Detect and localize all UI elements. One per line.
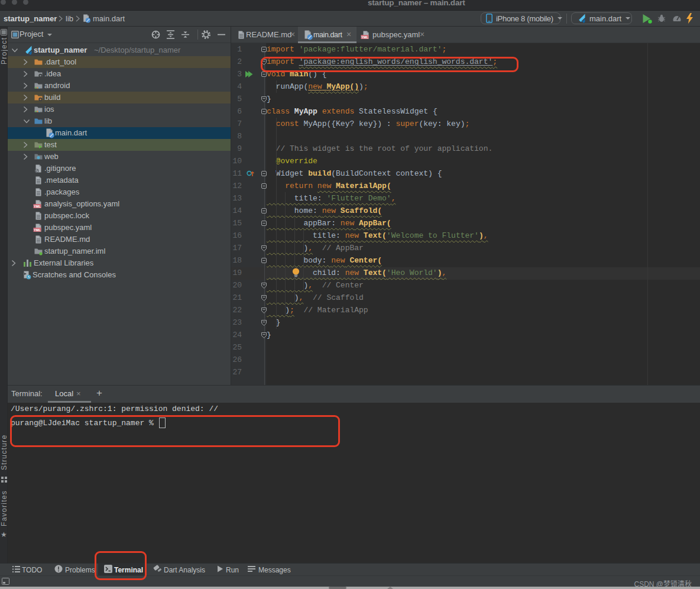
svg-text:YML: YML [34, 205, 41, 208]
svg-text:YML: YML [34, 228, 41, 232]
svg-text:YML: YML [361, 35, 368, 39]
